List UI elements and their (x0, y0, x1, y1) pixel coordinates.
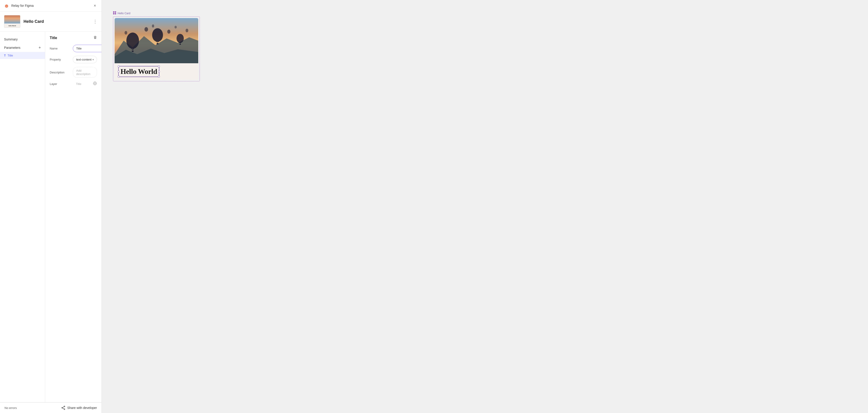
component-card-outer: Hello World Hug × Hug (113, 17, 200, 81)
layer-label: Layer (50, 82, 70, 86)
svg-point-27 (145, 27, 148, 32)
header-left: Relay for Figma (4, 3, 34, 8)
close-button[interactable]: × (92, 3, 97, 8)
parameters-label: Parameters (4, 46, 20, 50)
card-image (115, 18, 198, 63)
left-panel: Relay for Figma × Hello World Hello Card… (0, 0, 102, 413)
description-label: Description (50, 71, 70, 74)
component-name: Hello Card (24, 19, 44, 24)
hello-card: Hello World Hug × Hug (115, 18, 198, 80)
svg-rect-17 (113, 11, 115, 13)
component-preview: Hello World Hello Card ⋮ (0, 11, 101, 32)
panel-header: Relay for Figma × (0, 0, 101, 11)
hello-world-text: Hello World (121, 67, 157, 75)
svg-point-25 (177, 34, 184, 43)
canvas-component-wrapper: Hello Card (113, 11, 200, 81)
layer-value: Title (73, 82, 90, 86)
component-preview-left: Hello World Hello Card (4, 15, 44, 28)
component-thumbnail: Hello World (4, 15, 20, 28)
canvas-component-label: Hello Card (113, 11, 200, 15)
share-button[interactable]: Share with developer (61, 406, 97, 410)
svg-rect-3 (94, 36, 96, 37)
panel-content: Summary Parameters + T Title Title (0, 32, 101, 402)
canvas-component-name: Hello Card (118, 12, 130, 15)
name-label: Name (50, 47, 70, 50)
svg-point-29 (186, 29, 188, 32)
svg-rect-26 (180, 44, 181, 45)
svg-rect-18 (115, 11, 116, 13)
handle-tr (158, 65, 160, 67)
svg-point-30 (125, 31, 127, 35)
detail-panel: Title Name Prop (45, 32, 101, 402)
svg-point-28 (167, 30, 170, 34)
share-label: Share with developer (67, 406, 97, 410)
detail-title: Title (50, 36, 57, 40)
name-input[interactable] (73, 45, 101, 52)
detail-header: Title (50, 36, 97, 40)
hello-world-container: Hello World Hug × Hug (115, 63, 198, 80)
description-field-row: Description Add description (50, 67, 97, 78)
param-title-label: Title (7, 54, 13, 57)
thumb-image (4, 15, 20, 24)
svg-point-7 (94, 83, 96, 84)
nav-summary[interactable]: Summary (0, 35, 45, 43)
svg-point-31 (152, 24, 154, 28)
description-input[interactable]: Add description (73, 67, 97, 78)
hello-world-selection[interactable]: Hello World Hug × Hug (118, 66, 159, 77)
svg-rect-2 (94, 36, 96, 36)
svg-point-32 (175, 26, 177, 29)
property-field-row: Property text-content text-color visibil… (50, 56, 97, 63)
param-title-item[interactable]: T Title (0, 52, 45, 59)
svg-point-1 (6, 5, 7, 7)
svg-point-6 (93, 82, 96, 85)
delete-button[interactable] (93, 36, 97, 40)
svg-line-16 (63, 408, 64, 409)
nav-parameters-header: Parameters + (0, 43, 45, 52)
svg-point-14 (64, 409, 65, 410)
name-field-row: Name (50, 45, 97, 52)
svg-rect-5 (95, 37, 96, 38)
handle-br (158, 76, 160, 77)
handle-mr (158, 71, 160, 72)
thumb-text: Hello World (8, 25, 17, 27)
svg-rect-20 (115, 13, 116, 14)
svg-line-15 (63, 407, 64, 408)
svg-point-21 (126, 33, 139, 49)
canvas-area: Hello Card (102, 0, 868, 413)
more-options-button[interactable]: ⋮ (93, 19, 97, 24)
property-select-wrap: text-content text-color visibility slot … (73, 56, 97, 63)
handle-bl (118, 76, 120, 77)
svg-point-23 (152, 28, 163, 42)
layer-field-row: Layer Title (50, 81, 97, 86)
svg-point-13 (62, 407, 63, 408)
trash-icon (93, 36, 97, 39)
sidebar-nav: Summary Parameters + T Title (0, 32, 45, 402)
app-title: Relay for Figma (11, 4, 34, 7)
component-grid-icon (113, 11, 116, 15)
property-label: Property (50, 58, 70, 61)
balloon-scene (115, 18, 198, 63)
add-parameter-button[interactable]: + (38, 45, 41, 50)
no-errors-label: No errors (4, 406, 17, 410)
svg-rect-24 (157, 43, 158, 44)
svg-rect-22 (132, 51, 133, 52)
property-select[interactable]: text-content text-color visibility slot (73, 56, 97, 63)
handle-tl (118, 65, 120, 67)
svg-rect-19 (113, 13, 115, 14)
share-icon (61, 406, 65, 410)
text-type-icon: T (4, 54, 6, 57)
target-icon[interactable] (93, 81, 97, 86)
svg-point-12 (64, 406, 65, 407)
handle-ml (118, 71, 120, 72)
relay-logo-icon (4, 3, 9, 8)
panel-footer: No errors Share with developer (0, 402, 101, 413)
